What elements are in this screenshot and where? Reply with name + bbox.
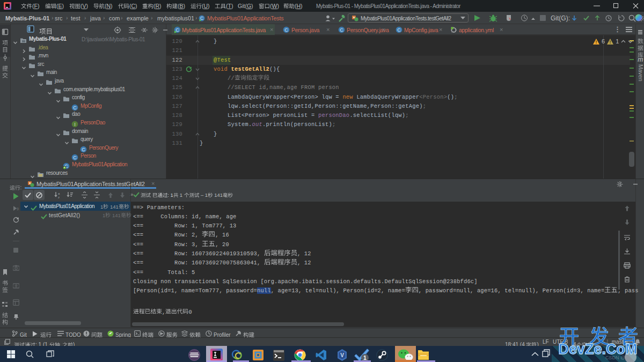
- svg-text:a: a: [58, 192, 60, 195]
- svg-text:C: C: [73, 105, 77, 110]
- svg-text:C: C: [284, 27, 288, 33]
- svg-text:V: V: [340, 352, 344, 358]
- svg-text:I: I: [74, 122, 76, 127]
- svg-text:C: C: [73, 155, 77, 160]
- svg-text:z: z: [58, 196, 60, 198]
- svg-text:C: C: [340, 27, 343, 33]
- svg-text:C: C: [82, 147, 85, 152]
- svg-text:C: C: [397, 27, 401, 33]
- svg-text:9: 9: [17, 207, 19, 211]
